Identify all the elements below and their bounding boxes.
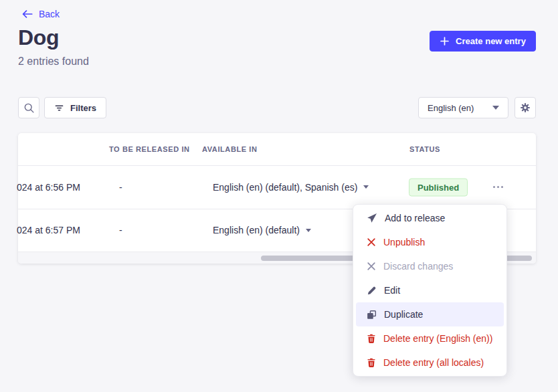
- filter-icon: [54, 103, 64, 113]
- trash-icon: [367, 358, 376, 367]
- gear-icon: [520, 102, 531, 113]
- paper-plane-icon: [367, 213, 377, 223]
- pencil-icon: [367, 286, 377, 296]
- search-button[interactable]: [18, 97, 39, 118]
- row-actions-menu: Add to release Unpublish Discard changes…: [353, 204, 507, 377]
- locale-selected-value: English (en): [428, 103, 474, 113]
- to-be-released-in-cell: -: [119, 182, 122, 193]
- column-header-to-be-released-in[interactable]: TO BE RELEASED IN: [109, 133, 190, 165]
- updated-at-cell: 024 at 6:57 PM: [17, 225, 80, 235]
- menu-item-add-to-release[interactable]: Add to release: [353, 206, 506, 230]
- plus-icon: [440, 36, 450, 46]
- menu-item-label: Delete entry (English (en)): [383, 333, 492, 344]
- back-link[interactable]: Back: [21, 9, 60, 19]
- column-header-available-in[interactable]: AVAILABLE IN: [202, 133, 258, 165]
- filters-label: Filters: [70, 103, 96, 113]
- back-label: Back: [39, 9, 60, 19]
- table-row[interactable]: 024 at 6:56 PM - English (en) (default),…: [18, 165, 536, 209]
- cross-icon: [367, 237, 376, 247]
- status-badge: Published: [409, 178, 468, 196]
- locale-select[interactable]: English (en): [418, 97, 508, 118]
- menu-item-label: Add to release: [385, 213, 445, 223]
- menu-item-discard-changes[interactable]: Discard changes: [353, 254, 506, 278]
- menu-item-edit[interactable]: Edit: [353, 278, 506, 302]
- column-header-status[interactable]: STATUS: [409, 133, 440, 165]
- settings-button[interactable]: [515, 97, 536, 118]
- available-in-cell[interactable]: English (en) (default), Spanish (es): [213, 182, 369, 193]
- to-be-released-in-cell: -: [119, 225, 122, 235]
- chevron-down-icon: [492, 106, 499, 110]
- available-in-value: English (en) (default): [213, 225, 300, 235]
- create-new-entry-button[interactable]: Create new entry: [430, 31, 536, 52]
- search-icon: [23, 102, 35, 114]
- filters-button[interactable]: Filters: [44, 97, 106, 118]
- menu-item-label: Edit: [384, 285, 400, 296]
- page-title: Dog: [18, 25, 59, 50]
- available-in-cell[interactable]: English (en) (default): [213, 225, 311, 235]
- back-arrow-icon: [21, 9, 33, 19]
- available-in-value: English (en) (default), Spanish (es): [213, 182, 357, 193]
- menu-item-delete-entry-all-locales[interactable]: Delete entry (all locales): [353, 351, 506, 375]
- menu-item-label: Unpublish: [383, 237, 425, 248]
- updated-at-cell: 024 at 6:56 PM: [17, 182, 80, 193]
- menu-item-duplicate[interactable]: Duplicate: [356, 302, 504, 326]
- chevron-down-icon: [306, 229, 311, 232]
- trash-icon: [367, 334, 376, 343]
- menu-item-label: Discard changes: [383, 261, 453, 272]
- create-new-entry-label: Create new entry: [456, 36, 526, 46]
- cross-icon: [367, 262, 376, 271]
- row-actions-button[interactable]: [488, 179, 508, 195]
- menu-item-label: Delete entry (all locales): [383, 357, 484, 368]
- chevron-down-icon: [363, 185, 369, 189]
- menu-item-label: Duplicate: [384, 309, 423, 320]
- duplicate-icon: [367, 310, 377, 320]
- entries-count: 2 entries found: [18, 56, 89, 68]
- menu-item-unpublish[interactable]: Unpublish: [353, 230, 506, 254]
- menu-item-delete-entry-locale[interactable]: Delete entry (English (en)): [353, 326, 506, 351]
